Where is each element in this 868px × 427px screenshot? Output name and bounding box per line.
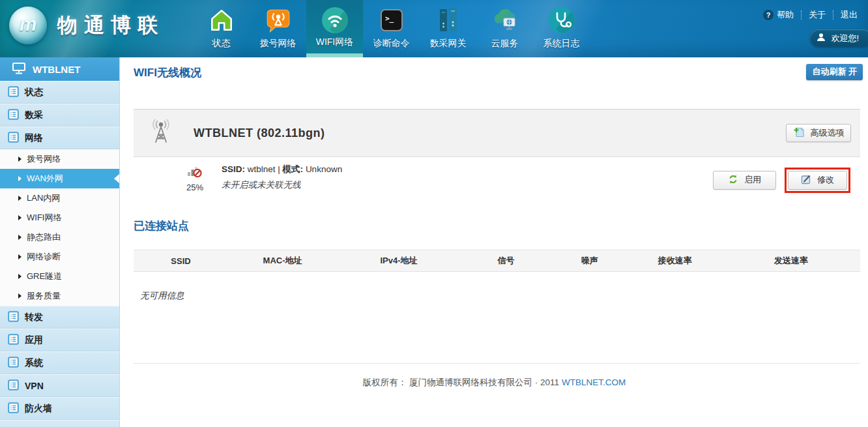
brand-logo: m 物通博联	[9, 7, 164, 44]
home-icon	[207, 5, 237, 35]
edit-icon	[801, 174, 811, 186]
list-icon	[8, 86, 19, 99]
modify-button[interactable]: 修改	[788, 171, 847, 190]
col-mac: MAC-地址	[228, 255, 337, 267]
monitor-icon	[12, 62, 26, 76]
divider	[833, 10, 833, 20]
col-tx-rate: 发送速率	[722, 255, 860, 267]
list-icon	[8, 334, 19, 347]
system-log-icon	[547, 5, 577, 35]
user-icon	[817, 33, 826, 44]
col-noise: 噪声	[551, 255, 628, 267]
sidebar-item-forwarding[interactable]: 转发	[0, 306, 119, 329]
sidebar-item-application[interactable]: 应用	[0, 329, 119, 351]
list-icon	[8, 311, 19, 324]
list-icon	[8, 132, 19, 145]
sidebar-item-network[interactable]: 网络	[0, 126, 119, 149]
sidebar: WTBLNET 状态 数采 网络 拨号网络 WAN外网 LAN内网 WIFI网络…	[0, 57, 120, 427]
page-add-icon	[793, 126, 805, 140]
nav-item-status[interactable]: 状态	[193, 0, 250, 57]
stations-table: SSID MAC-地址 IPv4-地址 信号 噪声 接收速率 发送速率	[134, 250, 860, 272]
sidebar-item-data-collect[interactable]: 数采	[0, 104, 119, 126]
top-links: ? 帮助 关于 退出	[763, 9, 858, 21]
top-header: m 物通博联 状态 拨号网络	[0, 0, 868, 57]
welcome-badge[interactable]: 欢迎您!	[810, 29, 868, 47]
sidebar-item-vpn[interactable]: VPN	[0, 374, 119, 397]
stations-table-header: SSID MAC-地址 IPv4-地址 信号 噪声 接收速率 发送速率	[134, 250, 860, 272]
empty-table-message: 无可用信息	[140, 290, 184, 302]
svg-text:>_: >_	[385, 14, 394, 23]
wifi-action-buttons: 启用 修改	[713, 157, 850, 203]
cloud-service-icon	[490, 5, 520, 35]
wifi-detail-row: 25% SSID: wtblnet | 模式: Unknown 未开启或未关联无…	[134, 157, 860, 203]
about-link[interactable]: 关于	[809, 9, 826, 21]
sidebar-device-header: WTBLNET	[0, 57, 119, 81]
logout-link[interactable]: 退出	[841, 9, 858, 21]
advanced-options-button[interactable]: 高级选项	[786, 124, 851, 142]
nav-item-wifi-network[interactable]: WIFI网络	[306, 0, 363, 57]
sidebar-item-status[interactable]: 状态	[0, 81, 119, 104]
antenna-icon	[149, 119, 173, 147]
terminal-icon: >_	[377, 5, 407, 35]
auto-refresh-state: 开	[848, 66, 857, 76]
divider	[801, 10, 802, 20]
help-icon: ?	[763, 10, 774, 20]
wifi-disabled-icon	[187, 169, 203, 180]
caret-right-icon	[18, 196, 22, 201]
help-link[interactable]: ? 帮助	[763, 9, 794, 21]
main-content: WIFI无线概况 自动刷新 开 WTBLNET (802.11bgn) 高级选项	[121, 57, 868, 427]
dial-network-icon	[263, 5, 293, 35]
signal-percent: 25%	[181, 183, 209, 192]
nav-item-cloud-service[interactable]: 云服务	[476, 0, 533, 57]
gateway-server-icon	[433, 5, 463, 35]
main-nav: 状态 拨号网络	[193, 0, 590, 57]
nav-item-data-gateway[interactable]: 数采网关	[420, 0, 476, 57]
col-ssid: SSID	[134, 256, 228, 266]
wifi-status-text: 未开启或未关联无线	[222, 179, 342, 191]
sidebar-subitem-wifi[interactable]: WIFI网络	[0, 208, 119, 228]
sidebar-subitem-network-diagnosis[interactable]: 网络诊断	[0, 247, 119, 267]
caret-right-icon	[18, 215, 22, 220]
nav-item-diagnostic-command[interactable]: >_ 诊断命令	[363, 0, 420, 57]
sidebar-subitem-dial-network[interactable]: 拨号网络	[0, 149, 119, 169]
list-icon	[8, 379, 19, 392]
ssid-line: SSID: wtblnet | 模式: Unknown	[222, 164, 342, 175]
wifi-network-title: WTBLNET (802.11bgn)	[194, 126, 325, 140]
list-icon	[8, 109, 19, 122]
logo-sphere-icon: m	[9, 7, 47, 44]
wifi-icon	[320, 5, 350, 35]
annotation-highlight-box: 修改	[785, 168, 850, 193]
refresh-icon	[728, 174, 738, 186]
col-ipv4: IPv4-地址	[337, 255, 461, 267]
wifi-overview-panel: WTBLNET (802.11bgn) 高级选项	[134, 109, 860, 157]
caret-right-icon	[18, 274, 22, 279]
caret-right-icon	[18, 156, 22, 162]
caret-right-icon	[18, 254, 22, 259]
sidebar-item-firewall[interactable]: 防火墙	[0, 397, 119, 420]
caret-right-icon	[18, 293, 22, 299]
nav-item-system-log[interactable]: 系统日志	[533, 0, 590, 57]
sidebar-subitem-static-route[interactable]: 静态路由	[0, 228, 119, 247]
list-icon	[8, 402, 19, 415]
nav-item-dial-network[interactable]: 拨号网络	[250, 0, 306, 57]
sidebar-subitem-lan[interactable]: LAN内网	[0, 188, 119, 208]
sidebar-subitem-wan[interactable]: WAN外网	[0, 169, 119, 188]
sidebar-item-system[interactable]: 系统	[0, 351, 119, 374]
ssid-info: SSID: wtblnet | 模式: Unknown 未开启或未关联无线	[222, 164, 342, 191]
enable-button[interactable]: 启用	[713, 171, 776, 190]
col-rx-rate: 接收速率	[628, 255, 722, 267]
sidebar-subitem-gre-tunnel[interactable]: GRE隧道	[0, 267, 119, 286]
connected-stations-title: 已连接站点	[134, 218, 189, 233]
footer-divider	[134, 363, 860, 364]
page-title: WIFI无线概况	[134, 65, 201, 80]
auto-refresh-toggle[interactable]: 自动刷新 开	[806, 64, 863, 80]
caret-right-icon	[18, 176, 22, 181]
col-signal: 信号	[461, 255, 551, 267]
signal-indicator: 25%	[181, 164, 209, 192]
logo-text: 物通博联	[57, 12, 164, 39]
caret-right-icon	[18, 235, 22, 240]
sidebar-item-clipped	[0, 420, 119, 427]
list-icon	[8, 357, 19, 370]
footer-link[interactable]: WTBLNET.COM	[562, 377, 626, 387]
sidebar-subitem-qos[interactable]: 服务质量	[0, 286, 119, 306]
